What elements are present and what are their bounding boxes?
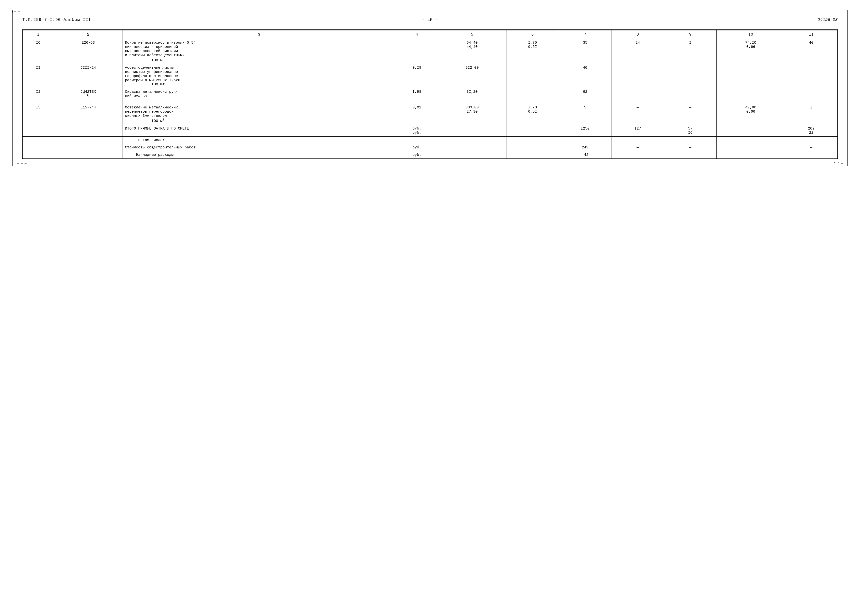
row-i3-code: Е15-744 — [54, 104, 122, 125]
row-i3-col5: 333,00 27,30 — [438, 104, 507, 125]
vtom-col11 — [785, 136, 837, 144]
itogo-col7: I250 — [559, 125, 612, 136]
stoimost-label: Стоимость общестроительных работ — [122, 144, 396, 151]
col-header-8: 8 — [612, 30, 664, 39]
col-header-6: 6 — [506, 30, 559, 39]
table-row: IO Е26-63 Покрытие поверхности изоля- 0,… — [23, 39, 838, 64]
stoimost-col7: 249 — [559, 144, 612, 151]
corner-top-left: г— — — [12, 9, 20, 13]
nakladnye-col1 — [23, 151, 54, 159]
row-i2-desc: Окраска металлоконструк- ций эмалью T — [122, 88, 396, 104]
stoimost-col2 — [54, 144, 122, 151]
row-ii-col4: 0,I9 — [396, 64, 438, 88]
vtom-col4 — [396, 136, 438, 144]
nakladnye-col8: — — [612, 151, 664, 159]
nakladnye-col9: — — [664, 151, 716, 159]
row-ii-col8: — — [612, 64, 664, 88]
table-header-row: I 2 3 4 5 6 7 8 9 IO II — [23, 30, 838, 39]
row-ii-col6: —— — [506, 64, 559, 88]
table-row-nakladnye: Накладные расходы руб. ·42 — — — — [23, 151, 838, 159]
vtom-col7 — [559, 136, 612, 144]
row-ii-col9: — — [664, 64, 716, 88]
nakladnye-col11: — — [785, 151, 837, 159]
row-i3-col7: 5 — [559, 104, 612, 125]
stoimost-col10 — [716, 144, 785, 151]
main-table: I 2 3 4 5 6 7 8 9 IO II IO Е26-63 Покрыт… — [22, 30, 838, 159]
stoimost-col5 — [438, 144, 507, 151]
table-row: I3 Е15-744 Остекление металлических пере… — [23, 104, 838, 125]
table-row-itogo: ИТОГО ПРЯМЫЕ ЗАТРАТЫ ПО СМЕТЕ руб. руб. … — [23, 125, 838, 136]
stoimost-unit: руб. — [396, 144, 438, 151]
row-i3-col6: I,70 0,5I — [506, 104, 559, 125]
vtom-col6 — [506, 136, 559, 144]
itogo-col6 — [506, 125, 559, 136]
stoimost-col9: — — [664, 144, 716, 151]
itogo-col1 — [23, 125, 54, 136]
row-i3-col11: I — [785, 104, 837, 125]
row-ii-code: СIII-24 — [54, 64, 122, 88]
row-i3-col8: — — [612, 104, 664, 125]
page-container: г— — Т.П.289-7-I.90 Альбом III - 45 - 24… — [12, 10, 848, 166]
itogo-col11: 209 22 — [785, 125, 837, 136]
col-header-4: 4 — [396, 30, 438, 39]
row-io-col4 — [396, 39, 438, 64]
nakladnye-col7: ·42 — [559, 151, 612, 159]
itogo-label: ИТОГО ПРЯМЫЕ ЗАТРАТЫ ПО СМЕТЕ — [122, 125, 396, 136]
row-io-col5: 64,40 44,40 — [438, 39, 507, 64]
row-i2-col10: —— — [716, 88, 785, 104]
drawing-number: 24196-03 — [818, 17, 838, 22]
stoimost-col8: — — [612, 144, 664, 151]
vtom-col8 — [612, 136, 664, 144]
itogo-unit: руб. руб. — [396, 125, 438, 136]
col-header-10: IO — [716, 30, 785, 39]
table-row: I2 СЦ42ТЕХЧ Окраска металлоконструк- ций… — [23, 88, 838, 104]
col-header-9: 9 — [664, 30, 716, 39]
row-ii-num: II — [23, 64, 54, 88]
row-io-col8: 24— — [612, 39, 664, 64]
table-row-stoimost: Стоимость общестроительных работ руб. 24… — [23, 144, 838, 151]
row-io-col6: I,70 0,5I — [506, 39, 559, 64]
stoimost-col11: — — [785, 144, 837, 151]
row-i2-num: I2 — [23, 88, 54, 104]
nakladnye-label: Накладные расходы — [122, 151, 396, 159]
vtom-col5 — [438, 136, 507, 144]
page-number: - 45 - — [422, 17, 438, 22]
col-header-2: 2 — [54, 30, 122, 39]
row-io-col7: 35 — [559, 39, 612, 64]
col-header-7: 7 — [559, 30, 612, 39]
row-i3-num: I3 — [23, 104, 54, 125]
vtom-col2 — [54, 136, 122, 144]
nakladnye-unit: руб. — [396, 151, 438, 159]
row-i2-col6: —— — [506, 88, 559, 104]
nakladnye-col5 — [438, 151, 507, 159]
vtom-col9 — [664, 136, 716, 144]
stoimost-col6 — [506, 144, 559, 151]
itogo-col5 — [438, 125, 507, 136]
row-io-col9: I — [664, 39, 716, 64]
row-i2-col4: I,98 — [396, 88, 438, 104]
row-i2-col11: —— — [785, 88, 837, 104]
row-io-col10: 74,IO 0,66 — [716, 39, 785, 64]
row-ii-col10: —— — [716, 64, 785, 88]
row-i2-col7: 62 — [559, 88, 612, 104]
page-header: Т.П.289-7-I.90 Альбом III - 45 - 24196-0… — [22, 17, 838, 22]
row-io-desc: Покрытие поверхности изоля- 0,54 ции пло… — [122, 39, 396, 64]
stoimost-col1 — [23, 144, 54, 151]
row-i2-col9: — — [664, 88, 716, 104]
row-i3-col4: 0,02 — [396, 104, 438, 125]
row-i2-code: СЦ42ТЕХЧ — [54, 88, 122, 104]
row-io-code: Е26-63 — [54, 39, 122, 64]
itogo-col8: I27 — [612, 125, 664, 136]
col-header-1: I — [23, 30, 54, 39]
vtom-col10 — [716, 136, 785, 144]
nakladnye-col2 — [54, 151, 122, 159]
col-header-3: 3 — [122, 30, 396, 39]
row-i3-desc: Остекление металлических переплетов пере… — [122, 104, 396, 125]
itogo-col2 — [54, 125, 122, 136]
itogo-col9: 57I6 — [664, 125, 716, 136]
corner-bottom-left: |_ _ _ — [15, 160, 27, 164]
corner-bottom-right: . . _| — [833, 160, 845, 164]
nakladnye-col6 — [506, 151, 559, 159]
table-row: II СIII-24 Асбестоцементные листы волнис… — [23, 64, 838, 88]
row-ii-desc: Асбестоцементные листы волнистые унифици… — [122, 64, 396, 88]
